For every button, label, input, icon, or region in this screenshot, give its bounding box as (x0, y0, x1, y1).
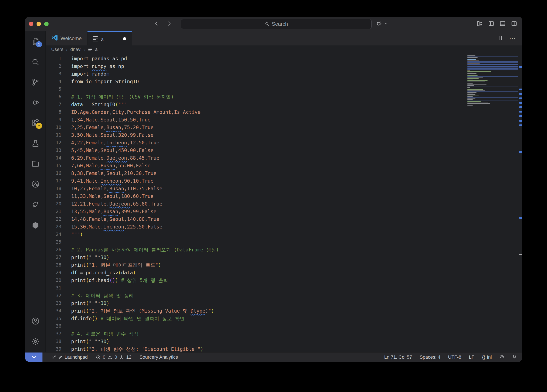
code-line-33[interactable]: 33print("="*30) (46, 299, 522, 307)
code-line-31[interactable]: 31 (46, 284, 522, 292)
code-line-37[interactable]: 37# 4. 새로운 파생 변수 생성 (46, 330, 522, 338)
minimap[interactable] (466, 54, 519, 352)
line-number: 17 (46, 177, 71, 185)
code-line-9[interactable]: 91,34,Male,Seoul,150.50,True (46, 116, 522, 124)
code-line-17[interactable]: 179,41,Male,Incheon,90.10,True (46, 177, 522, 185)
activity-item-extensions[interactable] (31, 118, 40, 127)
code-line-30[interactable]: 30print(df.head()) # 상위 5개 행 출력 (46, 276, 522, 284)
split-editor-icon[interactable] (496, 35, 502, 42)
problems-status-item[interactable]: 0 0 12 (96, 354, 131, 360)
code-line-23[interactable]: 2315,30,Male,Incheon,225.50,False (46, 223, 522, 231)
minimize-window-button[interactable] (36, 22, 41, 26)
code-line-24[interactable]: 24""") (46, 231, 522, 238)
code-line-12[interactable]: 124,22,Female,Incheon,12.50,True (46, 139, 522, 146)
minimap-row (467, 92, 479, 92)
activity-item-accounts[interactable] (31, 316, 40, 325)
code-line-29[interactable]: 29df = pd.read_csv(data) (46, 269, 522, 276)
code-editor[interactable]: 1import pandas as pd2import numpy as np3… (46, 54, 522, 352)
code-line-5[interactable]: 5 (46, 85, 522, 93)
code-line-8[interactable]: 8ID,Age,Gender,City,Purchase_Amount,Is_A… (46, 108, 522, 116)
code-line-20[interactable]: 2012,21,Female,Daejeon,65.80,True (46, 200, 522, 208)
activity-item-folder-view[interactable] (31, 159, 40, 168)
code-line-35[interactable]: 35df.info() # 데이터 타입 및 결측치 정보 확인 (46, 315, 522, 322)
code-line-11[interactable]: 113,50,Male,Seoul,320.99,False (46, 131, 522, 139)
encoding-status[interactable]: UTF-8 (448, 354, 461, 360)
minimap-row (467, 103, 488, 103)
overview-ruler[interactable] (519, 54, 522, 352)
indentation-status[interactable]: Spaces: 4 (420, 354, 440, 360)
activity-item-search[interactable] (31, 58, 40, 67)
code-line-6[interactable]: 6# 1. 가상 데이터 생성 (CSV 형식 문자열) (46, 93, 522, 101)
minimap-row (467, 67, 480, 67)
code-line-1[interactable]: 1import pandas as pd (46, 55, 522, 62)
code-line-3[interactable]: 3import random (46, 70, 522, 78)
command-center-search[interactable]: Search (181, 19, 372, 29)
code-line-18[interactable]: 1810,27,Female,Busan,110.75,False (46, 185, 522, 193)
code-line-14[interactable]: 146,29,Female,Daejeon,88.45,True (46, 154, 522, 162)
chevron-down-icon[interactable] (384, 21, 388, 27)
line-number: 4 (46, 78, 71, 85)
breadcrumb-segment[interactable]: Users (51, 47, 63, 52)
eol-status[interactable]: LF (469, 354, 474, 360)
code-line-38[interactable]: 38print("="*30) (46, 338, 522, 345)
code-line-13[interactable]: 135,45,Male,Seoul,450.00,False (46, 146, 522, 154)
code-line-21[interactable]: 2113,55,Male,Busan,399.99,False (46, 208, 522, 215)
code-line-32[interactable]: 32# 3. 데이터 탐색 및 정리 (46, 292, 522, 299)
remote-indicator[interactable]: >< (25, 352, 42, 362)
sourcery-status-item[interactable]: Sourcery Analytics (139, 354, 178, 360)
zoom-window-button[interactable] (44, 22, 49, 26)
code-line-36[interactable]: 36 (46, 322, 522, 330)
code-line-19[interactable]: 1911,33,Male,Seoul,180.60,True (46, 193, 522, 200)
code-line-16[interactable]: 168,38,Female,Seoul,210.30,True (46, 169, 522, 177)
code-line-22[interactable]: 2214,48,Female,Seoul,140.00,True (46, 215, 522, 223)
cursor-position-status[interactable]: Ln 71, Col 57 (384, 354, 412, 360)
minimap-row (467, 79, 473, 79)
more-actions-icon[interactable]: ⋯ (509, 34, 516, 42)
activity-item-settings[interactable] (31, 337, 40, 346)
activity-item-tool-extension[interactable] (31, 200, 40, 209)
code-line-2[interactable]: 2import numpy as np (46, 62, 522, 70)
tab-a[interactable]: a (88, 31, 132, 45)
breadcrumb-segment[interactable]: dnavi (70, 47, 82, 52)
code-line-15[interactable]: 157,60,Male,Busan,55.00,False (46, 162, 522, 169)
extensions-warning-badge (36, 123, 42, 129)
launchpad-status-item[interactable]: Launchpad (51, 354, 88, 360)
customize-layout-icon[interactable] (477, 21, 483, 28)
braces-icon: {} (482, 354, 485, 360)
go-forward-icon[interactable] (166, 21, 172, 28)
toggle-panel-icon[interactable] (499, 21, 506, 28)
breadcrumb-file[interactable]: a (95, 47, 97, 52)
language-mode-status[interactable]: {} Ini (482, 354, 492, 360)
error-count: 0 (103, 354, 105, 360)
activity-item-explorer[interactable]: 1 (31, 37, 40, 46)
code-line-4[interactable]: 4from io import StringIO (46, 78, 522, 85)
code-line-28[interactable]: 28print("1. 원본 데이터프레임 로드") (46, 261, 522, 269)
activity-item-testing[interactable] (31, 139, 40, 148)
notifications-bell-icon[interactable] (512, 354, 517, 360)
code-line-34[interactable]: 34print("2. 기본 정보 확인 (Missing Value 및 Dt… (46, 307, 522, 315)
code-line-7[interactable]: 7data = StringIO(""" (46, 101, 522, 108)
close-window-button[interactable] (29, 22, 33, 26)
code-line-39[interactable]: 39print("3. 파생 변수 생성: 'Discount_Eligible… (46, 345, 522, 352)
line-number: 28 (46, 261, 71, 269)
activity-item-hexagon-extension[interactable] (31, 221, 40, 230)
activity-item-commit-graph[interactable] (31, 180, 40, 189)
code-line-10[interactable]: 102,25,Female,Busan,75.20,True (46, 124, 522, 131)
toggle-secondary-sidebar-icon[interactable] (511, 21, 517, 28)
line-number: 31 (46, 284, 71, 292)
copilot-chat-icon[interactable] (376, 21, 383, 28)
toggle-primary-sidebar-icon[interactable] (488, 21, 494, 28)
traffic-lights (29, 22, 49, 26)
search-icon (265, 21, 270, 27)
code-line-27[interactable]: 27print("="*30) (46, 254, 522, 261)
code-line-26[interactable]: 26# 2. Pandas를 사용하여 데이터 불러오기 (DataFrame … (46, 246, 522, 254)
activity-bar: 1 (25, 31, 46, 352)
dirty-dot-icon[interactable] (123, 37, 126, 40)
go-back-icon[interactable] (154, 21, 160, 28)
code-line-25[interactable]: 25 (46, 238, 522, 246)
copilot-status-icon[interactable] (499, 354, 504, 360)
minimap-row (467, 98, 475, 98)
activity-item-source-control[interactable] (31, 78, 40, 87)
tab-welcome[interactable]: Welcome (46, 31, 88, 45)
activity-item-run-and-debug[interactable] (31, 98, 40, 107)
